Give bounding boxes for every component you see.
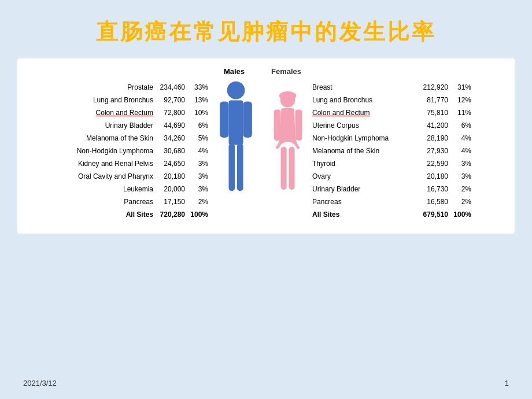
page-number: 1: [505, 379, 509, 387]
males-label: Males: [208, 67, 260, 76]
female-figure: [271, 87, 305, 225]
female-data-row: Lung and Bronchus81,77012%: [312, 94, 503, 106]
female-row-pct: 2%: [451, 195, 471, 208]
female-row-pct: 3%: [451, 157, 471, 170]
female-data-row: Thyroid22,5903%: [312, 157, 503, 170]
female-row-name: Melanoma of the Skin: [312, 145, 416, 157]
female-row-num: 41,200: [416, 119, 451, 132]
male-data-row: Pancreas17,1502%: [29, 195, 208, 208]
male-row-name: Urinary Bladder: [55, 119, 153, 132]
date-label: 2021/3/12: [23, 379, 57, 387]
male-row-num: 34,260: [153, 132, 188, 145]
male-data-row: Leukemia20,0003%: [29, 183, 208, 195]
female-row-name: Uterine Corpus: [312, 119, 416, 132]
female-row-name: Breast: [312, 81, 416, 94]
male-row-pct: 10%: [188, 106, 208, 119]
male-data-row: Colon and Rectum72,80010%: [29, 106, 208, 119]
male-row-pct: 2%: [188, 195, 208, 208]
female-data-row: Uterine Corpus41,2006%: [312, 119, 503, 132]
female-row-name: Non-Hodgkin Lymphoma: [312, 132, 416, 145]
female-row-pct: 4%: [451, 145, 471, 157]
male-row-name: All Sites: [55, 208, 153, 221]
female-row-num: 28,190: [416, 132, 451, 145]
female-row-name: Colon and Rectum: [312, 106, 416, 119]
female-data-row: All Sites679,510100%: [312, 208, 503, 221]
slide-title: 直肠癌在常见肿瘤中的发生比率: [0, 0, 532, 58]
female-row-pct: 31%: [451, 81, 471, 94]
female-row-num: 81,770: [416, 94, 451, 106]
female-row-num: 16,580: [416, 195, 451, 208]
figures-section: Males Females: [208, 67, 312, 225]
slide-container: 直肠癌在常见肿瘤中的发生比率 Prostate234,46033%Lung an…: [0, 0, 532, 399]
female-row-name: Urinary Bladder: [312, 183, 416, 195]
female-row-num: 212,920: [416, 81, 451, 94]
female-row-name: All Sites: [312, 208, 416, 221]
male-row-name: Non-Hodgkin Lymphoma: [55, 145, 153, 157]
female-data-row: Colon and Rectum75,81011%: [312, 106, 503, 119]
female-row-pct: 4%: [451, 132, 471, 145]
page-footer: 2021/3/12 1: [0, 379, 532, 387]
male-data-row: Lung and Bronchus92,70013%: [29, 94, 208, 106]
female-data-row: Melanoma of the Skin27,9304%: [312, 145, 503, 157]
svg-rect-10: [280, 147, 286, 190]
female-row-pct: 12%: [451, 94, 471, 106]
male-row-pct: 4%: [188, 145, 208, 157]
female-row-num: 27,930: [416, 145, 451, 157]
male-data-row: Melanoma of the Skin34,2605%: [29, 132, 208, 145]
male-data-row: Urinary Bladder44,6906%: [29, 119, 208, 132]
male-data-row: Prostate234,46033%: [29, 81, 208, 94]
male-row-num: 92,700: [153, 94, 188, 106]
male-row-name: Melanoma of the Skin: [55, 132, 153, 145]
female-row-pct: 11%: [451, 106, 471, 119]
male-row-num: 720,280: [153, 208, 188, 221]
male-data-row: All Sites720,280100%: [29, 208, 208, 221]
male-figure: [216, 78, 256, 225]
male-row-name: Kidney and Renal Pelvis: [55, 157, 153, 170]
female-row-num: 16,730: [416, 183, 451, 195]
male-row-name: Lung and Bronchus: [55, 94, 153, 106]
male-data-row: Oral Cavity and Pharynx20,1803%: [29, 170, 208, 183]
male-row-pct: 13%: [188, 94, 208, 106]
male-row-pct: 3%: [188, 183, 208, 195]
female-row-name: Pancreas: [312, 195, 416, 208]
female-row-num: 20,180: [416, 170, 451, 183]
male-row-pct: 5%: [188, 132, 208, 145]
svg-point-7: [279, 91, 296, 100]
svg-rect-1: [228, 100, 243, 145]
male-row-pct: 33%: [188, 81, 208, 94]
female-row-num: 679,510: [416, 208, 451, 221]
female-data-row: Non-Hodgkin Lymphoma28,1904%: [312, 132, 503, 145]
male-row-name: Oral Cavity and Pharynx: [55, 170, 153, 183]
male-row-num: 44,690: [153, 119, 188, 132]
male-row-pct: 3%: [188, 157, 208, 170]
svg-rect-3: [243, 101, 252, 138]
female-data-row: Pancreas16,5802%: [312, 195, 503, 208]
female-row-pct: 2%: [451, 183, 471, 195]
svg-rect-9: [295, 110, 302, 141]
svg-rect-11: [289, 147, 294, 190]
females-label: Females: [260, 67, 312, 76]
male-row-name: Prostate: [55, 81, 153, 94]
male-row-name: Colon and Rectum: [55, 106, 153, 119]
svg-rect-4: [228, 143, 235, 191]
female-row-pct: 3%: [451, 170, 471, 183]
female-row-pct: 6%: [451, 119, 471, 132]
female-row-num: 75,810: [416, 106, 451, 119]
male-row-num: 24,650: [153, 157, 188, 170]
male-row-num: 30,680: [153, 145, 188, 157]
female-row-num: 22,590: [416, 157, 451, 170]
svg-point-0: [227, 82, 245, 99]
male-row-num: 17,150: [153, 195, 188, 208]
svg-rect-2: [220, 101, 228, 138]
male-data-row: Kidney and Renal Pelvis24,6503%: [29, 157, 208, 170]
female-row-name: Thyroid: [312, 157, 416, 170]
male-row-name: Leukemia: [55, 183, 153, 195]
male-row-num: 20,180: [153, 170, 188, 183]
female-data-row: Urinary Bladder16,7302%: [312, 183, 503, 195]
male-row-num: 20,000: [153, 183, 188, 195]
female-row-pct: 100%: [451, 208, 471, 221]
chart-area: Prostate234,46033%Lung and Bronchus92,70…: [17, 58, 515, 234]
male-row-pct: 100%: [188, 208, 208, 221]
female-data-section: Breast212,92031%Lung and Bronchus81,7701…: [312, 67, 503, 225]
male-data-row: Non-Hodgkin Lymphoma30,6804%: [29, 145, 208, 157]
